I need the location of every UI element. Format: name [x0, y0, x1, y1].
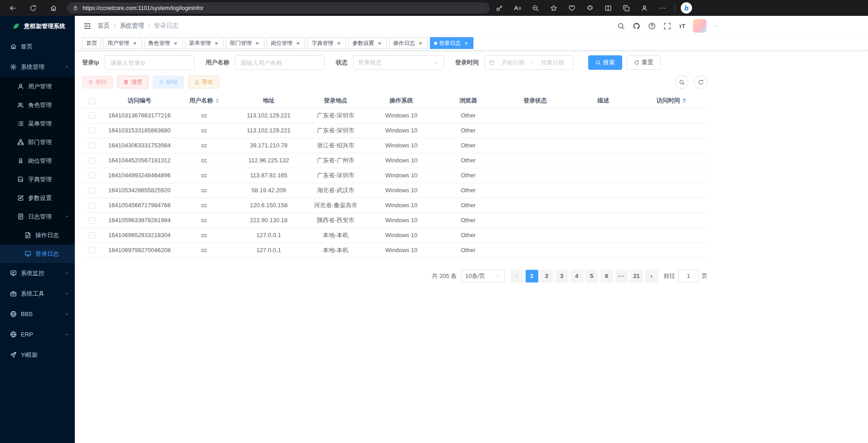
sidebar-item-tool[interactable]: 系统工具: [0, 283, 75, 304]
page-button-3[interactable]: 3: [556, 270, 568, 282]
read-aloud-button[interactable]: A)): [511, 1, 524, 15]
sidebar-item-operlog[interactable]: 操作日志: [0, 226, 75, 244]
sort-icons[interactable]: [215, 98, 219, 103]
sidebar-item-menu[interactable]: 菜单管理: [0, 114, 75, 133]
tab-close-icon[interactable]: ×: [132, 40, 138, 46]
show-search-toggle-button[interactable]: [675, 75, 688, 89]
user-avatar[interactable]: [693, 19, 707, 33]
sidebar-toggle-icon[interactable]: [83, 22, 91, 30]
tab-close-icon[interactable]: ×: [336, 40, 342, 46]
tab-close-icon[interactable]: ×: [295, 40, 301, 46]
tab-close-icon[interactable]: ×: [254, 40, 260, 46]
tab-user[interactable]: 用户管理×: [103, 37, 142, 49]
sidebar-item-logininfor[interactable]: 登录日志: [0, 244, 75, 263]
sidebar-item-system[interactable]: 系统管理: [0, 57, 75, 77]
sidebar-item-role[interactable]: 角色管理: [0, 96, 75, 114]
page-button-4[interactable]: 4: [571, 270, 583, 282]
row-checkbox[interactable]: [89, 112, 95, 119]
clear-button[interactable]: 清空: [117, 76, 148, 88]
row-checkbox[interactable]: [89, 127, 95, 134]
font-size-icon[interactable]: тT: [679, 23, 685, 29]
tab-post[interactable]: 岗位管理×: [267, 37, 305, 49]
sidebar-item-erp[interactable]: ERP: [0, 324, 75, 345]
sidebar-item-home[interactable]: 首页: [0, 36, 75, 57]
page-size-select[interactable]: 10条/页: [461, 270, 505, 282]
tab-close-icon[interactable]: ×: [376, 40, 383, 46]
search-button[interactable]: 搜索: [588, 55, 622, 70]
browser-refresh-button[interactable]: [26, 1, 40, 15]
row-checkbox[interactable]: [89, 157, 95, 164]
tab-close-icon[interactable]: ×: [213, 40, 219, 46]
row-checkbox[interactable]: [89, 202, 95, 209]
github-icon[interactable]: [633, 22, 640, 30]
row-checkbox[interactable]: [89, 247, 95, 253]
prev-page-button[interactable]: ‹: [511, 270, 523, 282]
username-input[interactable]: [235, 55, 325, 70]
row-checkbox[interactable]: [89, 232, 95, 239]
password-key-button[interactable]: [493, 1, 506, 15]
tab-close-icon[interactable]: ×: [417, 40, 424, 46]
page-button-6[interactable]: 6: [600, 270, 613, 282]
page-button-1[interactable]: 1: [526, 270, 538, 282]
column-header-visit-time[interactable]: 访问时间: [635, 93, 707, 108]
page-button-21[interactable]: 21: [630, 270, 643, 282]
sidebar-item-dict[interactable]: 字典管理: [0, 170, 75, 189]
browser-settings-button[interactable]: [656, 1, 669, 15]
tab-dict[interactable]: 字典管理×: [307, 37, 346, 49]
row-select-cell: [82, 213, 102, 228]
goto-page-input[interactable]: [678, 270, 699, 282]
tab-dept[interactable]: 部门管理×: [226, 37, 264, 49]
browser-profile-button[interactable]: [638, 1, 651, 15]
refresh-table-button[interactable]: [694, 75, 707, 89]
breadcrumb-home[interactable]: 首页: [98, 22, 110, 30]
status-select[interactable]: 登录状态: [353, 55, 444, 70]
tab-config[interactable]: 参数设置×: [348, 37, 387, 49]
tab-operlog[interactable]: 操作日志×: [389, 37, 428, 49]
row-checkbox[interactable]: [89, 217, 95, 224]
select-all-checkbox[interactable]: [89, 98, 95, 104]
tab-logininfor[interactable]: 登录日志×: [430, 37, 473, 49]
help-icon[interactable]: [648, 22, 656, 30]
header-search-icon[interactable]: [617, 22, 625, 30]
collections-button[interactable]: [619, 1, 633, 15]
favorites-button[interactable]: [547, 1, 561, 15]
browser-back-button[interactable]: [6, 1, 20, 15]
tab-menu[interactable]: 菜单管理×: [185, 37, 224, 49]
address-bar[interactable]: https://ccnetcore.com:1101/system/log/lo…: [67, 2, 490, 14]
tab-close-icon[interactable]: ×: [172, 40, 179, 46]
column-header-username[interactable]: 用户名称: [177, 93, 231, 108]
export-button[interactable]: 导出: [188, 76, 219, 88]
browser-home-button[interactable]: [47, 1, 60, 15]
sidebar-item-monitor[interactable]: 系统监控: [0, 263, 75, 283]
extensions-button[interactable]: [583, 1, 597, 15]
avatar-caret-icon[interactable]: [714, 24, 719, 28]
reset-button[interactable]: 重置: [627, 55, 661, 70]
app-logo[interactable]: 意框架管理系统: [0, 16, 75, 36]
breadcrumb-system[interactable]: 系统管理: [120, 22, 144, 30]
date-range-picker[interactable]: 开始日期 - 结束日期: [484, 55, 574, 70]
row-checkbox[interactable]: [89, 172, 95, 179]
row-checkbox[interactable]: [89, 187, 95, 194]
sort-icons[interactable]: [683, 98, 686, 103]
tab-role[interactable]: 角色管理×: [144, 37, 183, 49]
copilot-bing-button[interactable]: b: [681, 2, 692, 14]
sidebar-item-bbs[interactable]: BBS: [0, 304, 75, 324]
sidebar-item-yi[interactable]: Yi框架: [0, 345, 75, 365]
page-button-2[interactable]: 2: [541, 270, 553, 282]
next-page-button[interactable]: ›: [645, 270, 658, 282]
sidebar-item-dept[interactable]: 部门管理: [0, 133, 75, 151]
sidebar-item-log[interactable]: 日志管理: [0, 207, 75, 226]
tab-close-icon[interactable]: ×: [463, 40, 469, 46]
login-ip-input[interactable]: [105, 55, 195, 70]
sidebar-item-user[interactable]: 用户管理: [0, 77, 75, 96]
page-button-5[interactable]: 5: [585, 270, 598, 282]
sidebar-item-config[interactable]: 参数设置: [0, 189, 75, 207]
sidebar-item-post[interactable]: 岗位管理: [0, 151, 75, 170]
pager-ellipsis[interactable]: ···: [615, 270, 628, 282]
split-screen-button[interactable]: [601, 1, 615, 15]
zoom-out-button[interactable]: [529, 1, 542, 15]
fullscreen-icon[interactable]: [663, 22, 671, 30]
tab-home[interactable]: 首页: [82, 37, 101, 49]
browser-essentials-button[interactable]: [565, 1, 579, 15]
row-checkbox[interactable]: [89, 142, 95, 149]
